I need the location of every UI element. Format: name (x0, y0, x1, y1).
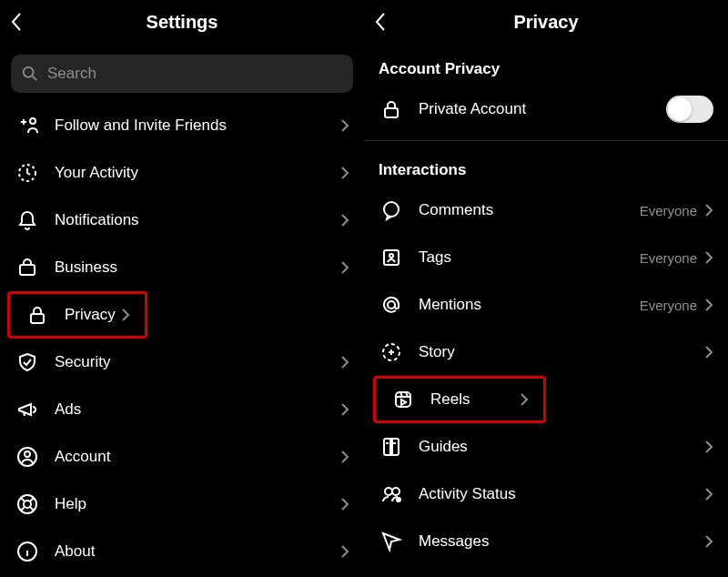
settings-item-activity[interactable]: Your Activity (0, 149, 364, 197)
svg-line-14 (21, 498, 25, 501)
privacy-item-label: Comments (419, 201, 640, 219)
lock-icon (25, 302, 50, 328)
chevron-right-icon (340, 118, 349, 133)
privacy-item-guides[interactable]: Guides (364, 423, 728, 471)
svg-rect-9 (31, 314, 44, 323)
settings-item-privacy[interactable]: Privacy (7, 291, 147, 339)
section-account-privacy: Account Privacy (364, 47, 728, 86)
settings-item-label: Help (55, 495, 340, 513)
tag-icon (379, 245, 404, 270)
settings-title: Settings (0, 12, 364, 33)
settings-item-label: About (55, 542, 340, 561)
settings-item-label: Ads (55, 400, 340, 419)
settings-item-help[interactable]: Help (0, 481, 364, 528)
chevron-right-icon (704, 203, 713, 218)
chevron-right-icon (704, 345, 713, 359)
privacy-item-tags[interactable]: Tags Everyone (364, 234, 728, 281)
privacy-header: Privacy (364, 0, 728, 44)
svg-line-16 (21, 507, 25, 511)
settings-item-label: Notifications (55, 211, 340, 229)
lock-icon (379, 96, 404, 122)
svg-point-4 (30, 118, 35, 124)
help-icon (15, 491, 40, 517)
settings-item-about[interactable]: About (0, 528, 364, 575)
settings-item-notifications[interactable]: Notifications (0, 197, 364, 244)
svg-point-0 (24, 67, 34, 77)
svg-point-36 (385, 488, 392, 495)
privacy-item-value: Everyone (640, 250, 697, 266)
settings-header: Settings (0, 0, 364, 44)
settings-item-account[interactable]: Account (0, 433, 364, 481)
settings-item-follow[interactable]: Follow and Invite Friends (0, 102, 364, 149)
chevron-right-icon (520, 392, 529, 407)
settings-item-label: Privacy (65, 306, 121, 324)
settings-item-label: Account (55, 448, 340, 466)
svg-point-13 (24, 501, 31, 508)
svg-line-17 (30, 498, 34, 501)
svg-rect-6 (20, 265, 35, 275)
settings-item-label: Security (55, 353, 340, 371)
privacy-item-reels[interactable]: Reels (373, 376, 546, 423)
svg-line-1 (33, 76, 37, 81)
back-button[interactable] (0, 12, 33, 32)
privacy-item-comments[interactable]: Comments Everyone (364, 187, 728, 234)
section-interactions: Interactions (364, 148, 728, 187)
bell-icon (15, 208, 40, 233)
privacy-item-messages[interactable]: Messages (364, 518, 728, 565)
settings-item-business[interactable]: Business (0, 244, 364, 291)
chevron-left-icon (374, 12, 387, 32)
chevron-right-icon (704, 440, 713, 454)
settings-panel: Settings Search Follow and Invite Friend… (0, 0, 364, 577)
svg-point-11 (25, 451, 30, 457)
svg-point-25 (388, 301, 395, 309)
guides-icon (379, 434, 404, 460)
settings-item-label: Business (55, 258, 340, 277)
business-icon (15, 255, 40, 280)
private-account-row: Private Account (364, 86, 728, 133)
chevron-right-icon (340, 497, 349, 511)
svg-rect-21 (385, 108, 398, 117)
chevron-right-icon (704, 250, 713, 265)
svg-point-24 (389, 254, 393, 258)
comment-icon (379, 197, 404, 223)
reels-icon (390, 387, 416, 412)
chevron-right-icon (704, 487, 713, 501)
chevron-right-icon (340, 402, 349, 417)
svg-line-15 (30, 507, 34, 511)
info-icon (15, 539, 40, 564)
settings-item-security[interactable]: Security (0, 339, 364, 386)
svg-point-38 (397, 498, 400, 501)
privacy-item-story[interactable]: Story (364, 329, 728, 376)
settings-item-label: Follow and Invite Friends (55, 116, 340, 135)
chevron-right-icon (340, 260, 349, 275)
privacy-item-label: Story (419, 343, 704, 361)
privacy-item-label: Messages (419, 532, 704, 551)
divider (364, 140, 728, 141)
privacy-item-mentions[interactable]: Mentions Everyone (364, 281, 728, 329)
activity-status-icon (379, 481, 404, 507)
chevron-left-icon (10, 12, 23, 32)
chevron-right-icon (704, 298, 713, 312)
privacy-item-value: Everyone (640, 298, 697, 313)
privacy-item-value: Everyone (640, 203, 697, 218)
settings-item-ads[interactable]: Ads (0, 386, 364, 433)
search-icon (22, 66, 38, 82)
follow-icon (15, 113, 40, 138)
privacy-item-label: Activity Status (419, 485, 704, 503)
search-input[interactable]: Search (11, 55, 353, 93)
privacy-item-label: Mentions (419, 296, 640, 314)
private-account-toggle[interactable] (666, 96, 713, 123)
shield-icon (15, 349, 40, 375)
back-button[interactable] (364, 12, 397, 32)
mention-icon (379, 292, 404, 318)
privacy-item-label: Guides (419, 438, 704, 456)
chevron-right-icon (340, 213, 349, 228)
search-placeholder: Search (47, 65, 96, 83)
privacy-title: Privacy (364, 12, 728, 33)
privacy-item-label: Reels (430, 390, 520, 409)
privacy-item-activity-status[interactable]: Activity Status (364, 471, 728, 518)
chevron-right-icon (704, 534, 713, 549)
privacy-panel: Privacy Account Privacy Private Account … (364, 0, 728, 577)
privacy-item-label: Tags (419, 248, 640, 267)
svg-point-37 (392, 488, 399, 495)
